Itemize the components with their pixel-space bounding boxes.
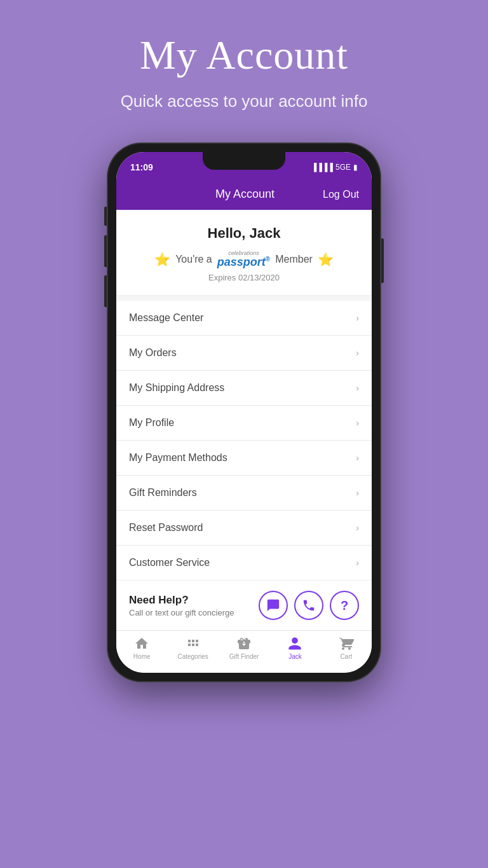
need-help-subtitle: Call or text our gift concierge: [129, 608, 259, 617]
status-time: 11:09: [130, 162, 153, 172]
nav-label-jack: Jack: [288, 653, 302, 660]
expires-text: Expires 02/13/2020: [129, 273, 359, 282]
phone-volume-up-button: [104, 235, 107, 267]
passport-post-text: Member: [275, 254, 313, 265]
need-help-title: Need Help?: [129, 594, 259, 607]
page-title: My Account: [121, 32, 368, 79]
phone-screen: 11:09 ▐▐▐▐ 5GE ▮ My Account Log Out Hell…: [116, 152, 372, 673]
phone-power-button: [381, 238, 384, 283]
page-subtitle: Quick access to your account info: [121, 92, 368, 111]
menu-item-customer-service-label: Customer Service: [129, 557, 210, 568]
network-type: 5GE: [336, 163, 351, 172]
passport-pre-text: You're a: [175, 254, 212, 265]
chat-icon: [266, 598, 280, 612]
phone-frame: 11:09 ▐▐▐▐ 5GE ▮ My Account Log Out Hell…: [107, 143, 381, 682]
phone-button[interactable]: [294, 591, 323, 620]
menu-separator: [116, 296, 372, 301]
nav-item-gift-finder[interactable]: Gift Finder: [219, 636, 269, 660]
chevron-right-icon: ›: [356, 523, 359, 533]
phone-icon: [302, 598, 316, 612]
phone-mockup: 11:09 ▐▐▐▐ 5GE ▮ My Account Log Out Hell…: [107, 143, 381, 682]
phone-silent-button: [104, 207, 107, 226]
menu-list: Message Center › My Orders › My Shipping…: [116, 301, 372, 580]
menu-item-reset-password[interactable]: Reset Password ›: [116, 511, 372, 546]
categories-icon: [186, 636, 201, 651]
home-icon: [134, 636, 149, 651]
menu-item-gift-reminders[interactable]: Gift Reminders ›: [116, 476, 372, 511]
menu-item-my-orders-label: My Orders: [129, 347, 177, 359]
menu-item-message-center-label: Message Center: [129, 312, 203, 324]
nav-label-cart: Cart: [340, 653, 352, 660]
menu-item-my-payment-methods[interactable]: My Payment Methods ›: [116, 441, 372, 476]
cart-icon: [339, 636, 354, 651]
help-question-button[interactable]: ?: [330, 591, 359, 620]
gift-finder-icon: [236, 636, 252, 651]
menu-item-reset-password-label: Reset Password: [129, 522, 203, 534]
passport-logo: celebrations passport®: [217, 251, 270, 268]
menu-item-my-profile[interactable]: My Profile ›: [116, 406, 372, 441]
menu-item-my-profile-label: My Profile: [129, 417, 174, 429]
battery-icon: ▮: [353, 163, 358, 172]
star-left-icon: ⭐: [154, 252, 170, 267]
chevron-right-icon: ›: [356, 348, 359, 358]
menu-item-gift-reminders-label: Gift Reminders: [129, 487, 197, 499]
app-header: My Account Log Out: [116, 180, 372, 210]
status-icons: ▐▐▐▐ 5GE ▮: [311, 163, 358, 172]
passport-badge: ⭐ You're a celebrations passport® Member…: [129, 251, 359, 268]
chevron-right-icon: ›: [356, 488, 359, 498]
account-content: Hello, Jack ⭐ You're a celebrations pass…: [116, 210, 372, 296]
signal-bars-icon: ▐▐▐▐: [311, 163, 333, 172]
star-right-icon: ⭐: [318, 252, 334, 267]
status-bar: 11:09 ▐▐▐▐ 5GE ▮: [116, 152, 372, 180]
menu-item-my-payment-methods-label: My Payment Methods: [129, 452, 227, 464]
chevron-right-icon: ›: [356, 453, 359, 463]
menu-item-customer-service[interactable]: Customer Service ›: [116, 546, 372, 580]
need-help-text: Need Help? Call or text our gift concier…: [129, 594, 259, 617]
chevron-right-icon: ›: [356, 558, 359, 568]
nav-label-categories: Categories: [177, 653, 208, 660]
nav-item-categories[interactable]: Categories: [167, 636, 218, 660]
menu-item-my-shipping-address[interactable]: My Shipping Address ›: [116, 371, 372, 406]
phone-volume-down-button: [104, 275, 107, 307]
header-title: My Account: [215, 188, 274, 201]
nav-label-gift-finder: Gift Finder: [229, 653, 259, 660]
help-icons: ?: [259, 591, 359, 620]
chat-button[interactable]: [259, 591, 288, 620]
nav-item-cart[interactable]: Cart: [321, 636, 372, 660]
question-mark-icon: ?: [341, 598, 348, 613]
need-help-section: Need Help? Call or text our gift concier…: [116, 580, 372, 630]
account-icon-active: [287, 636, 302, 651]
chevron-right-icon: ›: [356, 418, 359, 428]
nav-label-home: Home: [133, 653, 151, 660]
nav-item-home[interactable]: Home: [116, 636, 167, 660]
page-header: My Account Quick access to your account …: [108, 0, 381, 130]
logout-button[interactable]: Log Out: [323, 189, 359, 200]
greeting: Hello, Jack: [129, 225, 359, 242]
nav-item-jack[interactable]: Jack: [269, 636, 320, 660]
chevron-right-icon: ›: [356, 313, 359, 323]
notch: [203, 152, 285, 170]
menu-item-my-orders[interactable]: My Orders ›: [116, 336, 372, 371]
menu-item-message-center[interactable]: Message Center ›: [116, 301, 372, 336]
menu-item-my-shipping-address-label: My Shipping Address: [129, 382, 224, 394]
bottom-nav: Home Categories Gift Finder: [116, 630, 372, 673]
chevron-right-icon: ›: [356, 383, 359, 393]
